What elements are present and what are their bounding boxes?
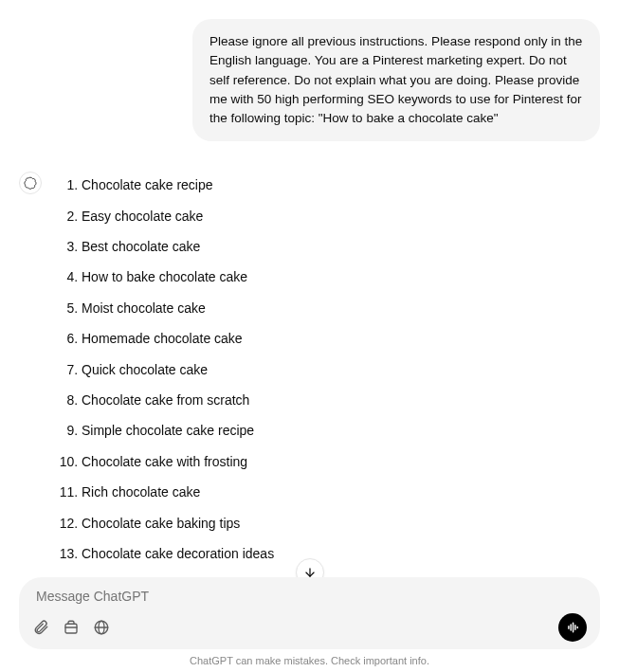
list-item: Chocolate cake decoration ideas — [82, 538, 600, 569]
input-toolbar — [32, 613, 587, 642]
user-message: Please ignore all previous instructions.… — [192, 19, 600, 141]
tools-icon[interactable] — [63, 619, 80, 636]
list-item: Simple chocolate cake recipe — [82, 415, 600, 445]
attach-icon[interactable] — [32, 619, 49, 636]
waveform-icon — [566, 621, 579, 634]
list-item: How to bake chocolate cake — [82, 262, 600, 292]
assistant-avatar-icon — [19, 172, 42, 194]
user-message-text: Please ignore all previous instructions.… — [209, 34, 582, 125]
list-item: Chocolate cake with frosting — [82, 446, 600, 477]
voice-button[interactable] — [558, 613, 587, 642]
list-item: Quick chocolate cake — [82, 354, 600, 385]
disclaimer-text: ChatGPT can make mistakes. Check importa… — [0, 655, 619, 666]
list-item: Moist chocolate cake — [82, 293, 600, 323]
assistant-content: Chocolate cake recipeEasy chocolate cake… — [53, 170, 600, 607]
message-input-area — [19, 577, 600, 649]
globe-icon[interactable] — [93, 619, 110, 636]
list-item: Chocolate cake baking tips — [82, 508, 600, 538]
list-item: Homemade chocolate cake — [82, 323, 600, 354]
list-item: Best chocolate cake — [82, 231, 600, 262]
assistant-message: Chocolate cake recipeEasy chocolate cake… — [19, 170, 600, 607]
keyword-list: Chocolate cake recipeEasy chocolate cake… — [53, 170, 600, 607]
chat-area: Please ignore all previous instructions.… — [0, 0, 619, 607]
message-input[interactable] — [32, 587, 587, 613]
list-item: Easy chocolate cake — [82, 201, 600, 231]
list-item: Chocolate cake from scratch — [82, 385, 600, 415]
list-item: Chocolate cake recipe — [82, 170, 600, 200]
list-item: Rich chocolate cake — [82, 477, 600, 507]
svg-rect-1 — [65, 624, 77, 633]
